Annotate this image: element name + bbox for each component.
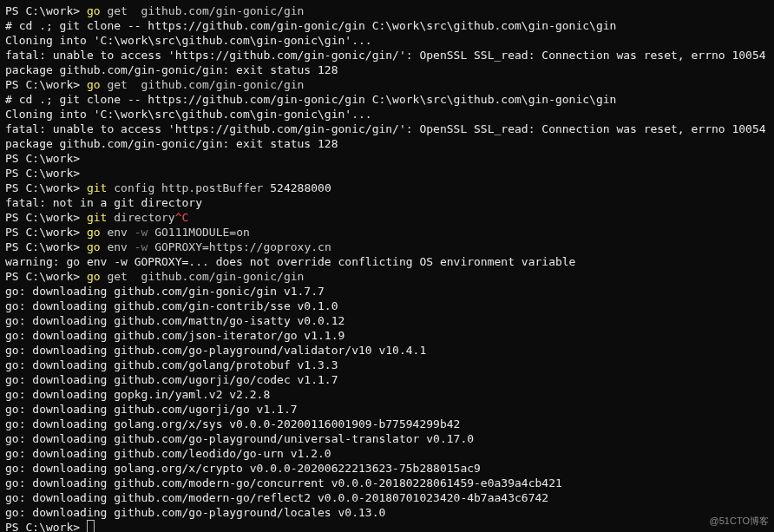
terminal-text: C:\work>: [25, 4, 86, 17]
terminal-line: go: downloading github.com/ugorji/go v1.…: [5, 402, 769, 417]
terminal-line: PS C:\work> git directory^C: [5, 210, 769, 225]
terminal-line: PS C:\work> go env -w GOPROXY=https://go…: [5, 240, 769, 254]
terminal-text: go: downloading github.com/gin-contrib/s…: [5, 299, 338, 312]
terminal-text: Cloning into 'C:\work\src\github.com\gin…: [5, 34, 372, 47]
terminal-line: go: downloading github.com/json-iterator…: [5, 328, 769, 343]
terminal-text: directory: [114, 211, 174, 224]
terminal-line: Cloning into 'C:\work\src\github.com\gin…: [5, 33, 769, 48]
terminal-line: go: downloading github.com/golang/protob…: [5, 358, 769, 372]
terminal-text: PS: [5, 211, 25, 224]
terminal-line: package github.com/gin-gonic/gin: exit s…: [5, 136, 769, 151]
terminal-text: go: downloading github.com/ugorji/go v1.…: [5, 403, 298, 416]
terminal-line: go: downloading github.com/modern-go/ref…: [5, 490, 769, 505]
terminal-text: GO111MODULE=on: [154, 226, 250, 239]
terminal-text: # cd .; git clone -- https://github.com/…: [5, 19, 616, 32]
terminal-text: C:\work>: [25, 78, 86, 91]
terminal-text: get github.com/gin-gonic/gin: [107, 78, 304, 91]
terminal-line: warning: go env -w GOPROXY=... does not …: [5, 254, 769, 269]
terminal-line: # cd .; git clone -- https://github.com/…: [5, 92, 769, 107]
terminal-line: go: downloading golang.org/x/crypto v0.0…: [5, 461, 769, 476]
terminal-text: PS: [5, 167, 25, 180]
terminal-text: fatal: unable to access 'https://github.…: [5, 49, 766, 62]
terminal-text: get github.com/gin-gonic/gin: [107, 4, 304, 17]
terminal-text: env: [107, 226, 134, 239]
terminal-line: go: downloading github.com/ugorji/go/cod…: [5, 372, 769, 387]
terminal-text: C:\work>: [25, 211, 86, 224]
terminal-line: PS C:\work> go env -w GO111MODULE=on: [5, 225, 769, 240]
terminal-text: ^C: [175, 211, 189, 224]
terminal-text: C:\work>: [25, 521, 86, 532]
terminal-text: go: downloading github.com/mattn/go-isat…: [5, 314, 344, 327]
terminal-text: get github.com/gin-gonic/gin: [107, 270, 304, 283]
terminal-line: PS C:\work> go get github.com/gin-gonic/…: [5, 3, 769, 18]
terminal-text: go: downloading gopkg.in/yaml.v2 v2.2.8: [5, 388, 270, 401]
terminal-text: 524288000: [270, 181, 331, 194]
terminal-text: PS: [5, 78, 25, 91]
terminal-line: Cloning into 'C:\work\src\github.com\gin…: [5, 107, 769, 122]
terminal-text: C:\work>: [25, 226, 86, 239]
terminal-text: C:\work>: [25, 152, 80, 165]
terminal-line: fatal: unable to access 'https://github.…: [5, 122, 769, 136]
terminal-text: PS: [5, 270, 25, 283]
terminal-line: go: downloading github.com/modern-go/con…: [5, 476, 769, 490]
terminal-text: config http.postBuffer: [114, 181, 270, 194]
terminal-text: git: [87, 211, 114, 224]
terminal-text: GOPROXY=https://goproxy.cn: [154, 240, 331, 253]
terminal-text: go: downloading github.com/gin-gonic/gin…: [5, 285, 325, 298]
terminal-text: go: downloading github.com/json-iterator…: [5, 329, 344, 342]
terminal-line: PS C:\work>: [5, 151, 769, 166]
terminal-text: C:\work>: [25, 181, 86, 194]
terminal-text: go: [87, 270, 107, 283]
terminal-text: env: [107, 240, 134, 253]
terminal-line: fatal: unable to access 'https://github.…: [5, 48, 769, 62]
terminal-line: go: downloading github.com/mattn/go-isat…: [5, 313, 769, 328]
terminal-text: go: downloading github.com/modern-go/con…: [5, 476, 562, 489]
cursor: [87, 520, 95, 532]
terminal-text: Cloning into 'C:\work\src\github.com\gin…: [5, 108, 372, 121]
terminal-text: go: downloading github.com/go-playground…: [5, 506, 385, 519]
terminal-text: -w: [134, 240, 154, 253]
terminal-text: go: [87, 240, 107, 253]
terminal-text: go: [87, 226, 107, 239]
terminal-text: PS: [5, 152, 25, 165]
terminal-text: fatal: not in a git directory: [5, 196, 202, 209]
terminal-text: fatal: unable to access 'https://github.…: [5, 122, 766, 135]
terminal-text: C:\work>: [25, 270, 86, 283]
terminal-text: go: downloading github.com/golang/protob…: [5, 358, 338, 371]
terminal-line: go: downloading github.com/go-playground…: [5, 431, 769, 446]
terminal-line: package github.com/gin-gonic/gin: exit s…: [5, 62, 769, 77]
terminal-line: # cd .; git clone -- https://github.com/…: [5, 18, 769, 33]
terminal-text: package github.com/gin-gonic/gin: exit s…: [5, 63, 338, 76]
terminal-line: fatal: not in a git directory: [5, 195, 769, 210]
terminal-line: go: downloading golang.org/x/sys v0.0.0-…: [5, 417, 769, 431]
terminal-line: PS C:\work> git config http.postBuffer 5…: [5, 181, 769, 195]
terminal-text: PS: [5, 240, 25, 253]
terminal-line: go: downloading github.com/go-playground…: [5, 343, 769, 358]
terminal-text: # cd .; git clone -- https://github.com/…: [5, 93, 616, 106]
terminal-line: go: downloading github.com/gin-contrib/s…: [5, 299, 769, 313]
terminal-text: PS: [5, 226, 25, 239]
terminal-text: PS: [5, 181, 25, 194]
terminal-line: PS C:\work> go get github.com/gin-gonic/…: [5, 77, 769, 92]
terminal-line: go: downloading github.com/go-playground…: [5, 505, 769, 520]
terminal-text: C:\work>: [25, 240, 86, 253]
terminal-line: go: downloading gopkg.in/yaml.v2 v2.2.8: [5, 387, 769, 402]
terminal-text: PS: [5, 4, 25, 17]
watermark: @51CTO博客: [710, 514, 769, 529]
terminal-text: git: [87, 181, 114, 194]
terminal-line: go: downloading github.com/leodido/go-ur…: [5, 446, 769, 461]
terminal-text: go: [87, 4, 107, 17]
terminal-line: go: downloading github.com/gin-gonic/gin…: [5, 284, 769, 299]
terminal-text: warning: go env -w GOPROXY=... does not …: [5, 255, 575, 268]
terminal-text: go: downloading github.com/ugorji/go/cod…: [5, 373, 338, 386]
terminal-line: PS C:\work>: [5, 166, 769, 181]
terminal-text: go: downloading github.com/leodido/go-ur…: [5, 447, 331, 460]
terminal-text: C:\work>: [25, 167, 80, 180]
terminal-text: go: downloading github.com/modern-go/ref…: [5, 491, 548, 504]
terminal-text: go: [87, 78, 107, 91]
terminal-text: go: downloading golang.org/x/crypto v0.0…: [5, 462, 481, 475]
terminal-text: PS: [5, 521, 25, 532]
terminal-text: go: downloading golang.org/x/sys v0.0.0-…: [5, 417, 460, 430]
terminal-output[interactable]: PS C:\work> go get github.com/gin-gonic/…: [0, 0, 774, 532]
terminal-line: PS C:\work> go get github.com/gin-gonic/…: [5, 269, 769, 284]
